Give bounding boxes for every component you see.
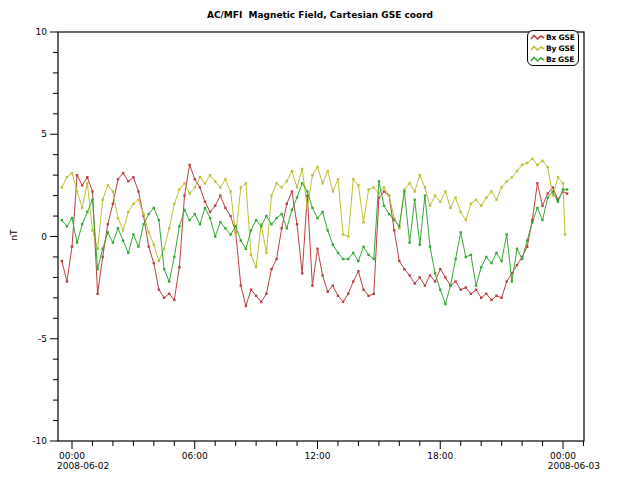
plot-frame — [58, 32, 584, 441]
legend-item-label: By GSE — [546, 44, 575, 53]
legend-item-by: By GSE — [530, 43, 578, 54]
x-axis-date-right: 2008-06-03 — [0, 461, 600, 471]
legend-item-bx: Bx GSE — [530, 32, 578, 43]
tick-label: 10 — [36, 27, 48, 37]
series-bz-gse — [61, 180, 569, 305]
y-axis-label: nT — [9, 229, 19, 240]
tick-label: 00:00 — [550, 451, 576, 461]
tick-label: 18:00 — [427, 451, 453, 461]
plot-canvas: 1050-5-1000:0006:0012:0018:0000:00 — [0, 0, 640, 480]
magnetic-field-plot-screen: AC/MFI Magnetic Field, Cartesian GSE coo… — [0, 0, 640, 480]
legend-item-label: Bx GSE — [546, 33, 575, 42]
tick-label: -10 — [32, 436, 47, 446]
tick-label: 0 — [41, 232, 47, 242]
tick-label: 12:00 — [305, 451, 331, 461]
legend-item-bz: Bz GSE — [530, 54, 578, 65]
legend-line-bx-icon — [530, 33, 545, 42]
tick-label: 00:00 — [59, 451, 85, 461]
legend-line-bz-icon — [530, 55, 545, 64]
tick-label: -5 — [38, 334, 47, 344]
tick-label: 5 — [41, 129, 47, 139]
series-by-gse — [61, 158, 567, 269]
series-bx-gse — [61, 164, 569, 307]
legend-box: Bx GSE By GSE Bz GSE — [527, 30, 579, 66]
legend-line-by-icon — [530, 44, 545, 53]
tick-label: 06:00 — [182, 451, 208, 461]
legend-item-label: Bz GSE — [546, 55, 574, 64]
